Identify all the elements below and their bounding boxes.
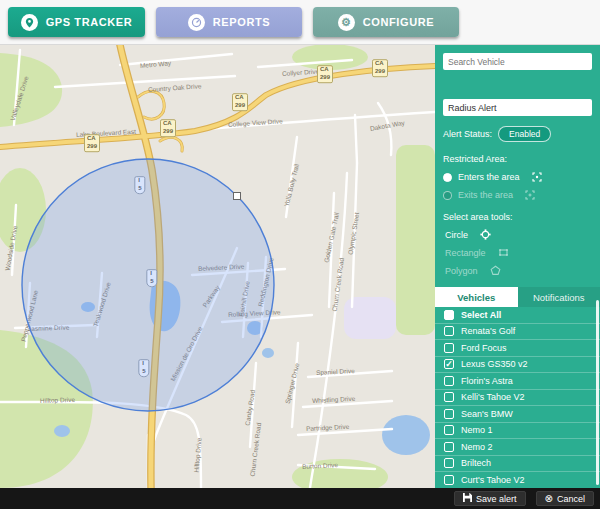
tool-polygon-label: Polygon bbox=[445, 266, 478, 276]
vehicle-row[interactable]: Briltech bbox=[435, 456, 600, 473]
enter-area-icon bbox=[532, 172, 542, 182]
save-alert-label: Save alert bbox=[476, 494, 517, 504]
alert-name-input[interactable] bbox=[443, 99, 592, 116]
vehicle-checkbox[interactable]: ✓ bbox=[444, 359, 454, 369]
vehicle-label: Lexus GS350 v2 bbox=[461, 359, 528, 369]
circle-resize-handle[interactable] bbox=[233, 192, 241, 200]
bottom-bar: Save alert ⊗ Cancel bbox=[0, 488, 600, 509]
cancel-button[interactable]: ⊗ Cancel bbox=[536, 491, 594, 506]
vehicle-row[interactable]: Sean's BMW bbox=[435, 406, 600, 423]
exits-area-label: Exits the area bbox=[458, 190, 513, 200]
save-icon bbox=[463, 493, 472, 504]
top-nav: GPS TRACKER REPORTS ⚙ CONFIGURE bbox=[0, 0, 600, 45]
vehicle-label: Nemo 2 bbox=[461, 442, 493, 452]
alert-status-label: Alert Status: bbox=[443, 129, 492, 139]
gauge-icon bbox=[188, 14, 205, 31]
vehicle-row[interactable]: Florin's Astra bbox=[435, 373, 600, 390]
tab-configure-label: CONFIGURE bbox=[363, 16, 434, 28]
area-tools-label: Select area tools: bbox=[443, 212, 592, 222]
vehicle-checkbox[interactable] bbox=[444, 343, 454, 353]
tool-rectangle-label: Rectangle bbox=[445, 248, 486, 258]
vehicle-checkbox[interactable] bbox=[444, 376, 454, 386]
option-enters-area[interactable]: Enters the area bbox=[443, 172, 592, 182]
vehicle-checkbox[interactable] bbox=[444, 310, 454, 320]
tab-notifications[interactable]: Notifications bbox=[518, 287, 600, 307]
vehicle-row[interactable]: ✓Lexus GS350 v2 bbox=[435, 357, 600, 374]
vehicle-label: Briltech bbox=[461, 458, 491, 468]
map-canvas[interactable]: Valleydale DriveMetro WayCountry Oak Dri… bbox=[0, 45, 435, 488]
enters-area-label: Enters the area bbox=[458, 172, 520, 182]
gps-tracker-app: GPS TRACKER REPORTS ⚙ CONFIGURE bbox=[0, 0, 600, 509]
radius-alert-circle[interactable] bbox=[0, 45, 435, 488]
vehicle-list-scrollbar[interactable] bbox=[596, 300, 599, 485]
vehicle-label: Ford Focus bbox=[461, 343, 507, 353]
vehicle-row[interactable]: Select All bbox=[435, 307, 600, 324]
vehicle-label: Select All bbox=[461, 310, 501, 320]
vehicle-checkbox[interactable] bbox=[444, 475, 454, 485]
vehicle-row[interactable]: Kelli's Tahoe V2 bbox=[435, 390, 600, 407]
alert-panel: Alert Status: Enabled Restricted Area: E… bbox=[435, 45, 600, 488]
vehicle-label: Curt's Tahoe V2 bbox=[461, 475, 525, 485]
tool-rectangle[interactable]: Rectangle bbox=[443, 247, 592, 258]
tab-gps-tracker[interactable]: GPS TRACKER bbox=[8, 7, 145, 37]
vehicle-label: Nemo 1 bbox=[461, 425, 493, 435]
tool-polygon[interactable]: Polygon bbox=[443, 265, 592, 276]
vehicle-label: Renata's Golf bbox=[461, 326, 515, 336]
vehicle-row[interactable]: Renata's Golf bbox=[435, 324, 600, 341]
rectangle-tool-icon bbox=[498, 247, 509, 258]
vehicle-checkbox[interactable] bbox=[444, 442, 454, 452]
vehicle-row[interactable]: Nemo 2 bbox=[435, 439, 600, 456]
polygon-tool-icon bbox=[490, 265, 501, 276]
vehicle-checkbox[interactable] bbox=[444, 458, 454, 468]
save-alert-button[interactable]: Save alert bbox=[454, 491, 526, 506]
tab-gps-tracker-label: GPS TRACKER bbox=[46, 16, 133, 28]
exit-area-icon bbox=[525, 190, 535, 200]
restricted-area-label: Restricted Area: bbox=[443, 154, 592, 164]
vehicle-checkbox[interactable] bbox=[444, 392, 454, 402]
tool-circle[interactable]: Circle bbox=[443, 229, 592, 240]
exits-area-radio[interactable] bbox=[443, 191, 452, 200]
tab-vehicles[interactable]: Vehicles bbox=[435, 287, 518, 307]
tab-configure[interactable]: ⚙ CONFIGURE bbox=[313, 7, 459, 37]
tab-reports[interactable]: REPORTS bbox=[156, 7, 302, 37]
vehicle-row[interactable]: Ford Focus bbox=[435, 340, 600, 357]
vehicle-checkbox[interactable] bbox=[444, 425, 454, 435]
vehicle-label: Kelli's Tahoe V2 bbox=[461, 392, 525, 402]
search-vehicle-input[interactable] bbox=[443, 53, 592, 70]
circle-tool-icon bbox=[480, 229, 491, 240]
vehicle-label: Florin's Astra bbox=[461, 376, 513, 386]
location-pin-icon bbox=[21, 14, 38, 31]
vehicle-row[interactable]: Curt's Tahoe V2 bbox=[435, 472, 600, 488]
tab-reports-label: REPORTS bbox=[213, 16, 270, 28]
vehicle-checkbox[interactable] bbox=[444, 409, 454, 419]
vehicle-label: Sean's BMW bbox=[461, 409, 513, 419]
vehicle-list: Select AllRenata's GolfFord Focus✓Lexus … bbox=[435, 307, 600, 488]
tool-circle-label: Circle bbox=[445, 230, 468, 240]
enters-area-radio[interactable] bbox=[443, 173, 452, 182]
vehicle-row[interactable]: Nemo 1 bbox=[435, 423, 600, 440]
vehicle-checkbox[interactable] bbox=[444, 326, 454, 336]
cancel-label: Cancel bbox=[557, 494, 585, 504]
option-exits-area[interactable]: Exits the area bbox=[443, 190, 592, 200]
alert-status-toggle[interactable]: Enabled bbox=[498, 126, 551, 142]
gear-icon: ⚙ bbox=[338, 14, 355, 31]
cancel-icon: ⊗ bbox=[545, 494, 553, 504]
